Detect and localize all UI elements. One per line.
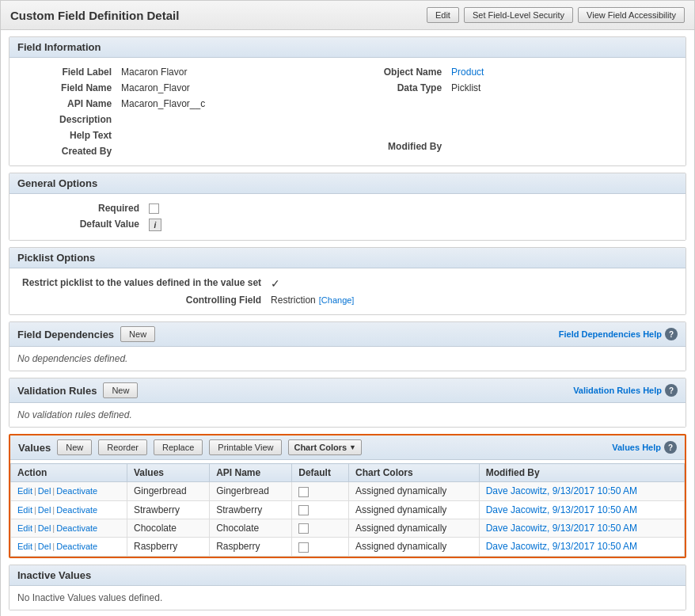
del-link[interactable]: Del xyxy=(38,505,51,515)
col-modified-by: Modified By xyxy=(479,464,684,482)
field-info-left-table: Field Label Macaron Flavor Field Name Ma… xyxy=(17,64,348,159)
row-2-chart-colors: Assigned dynamically xyxy=(348,519,479,537)
values-table-body: Edit | Del | Deactivate GingerbreadGinge… xyxy=(11,482,685,556)
del-link[interactable]: Del xyxy=(38,523,51,533)
default-value-label: Default Value xyxy=(17,216,144,234)
field-info-left: Field Label Macaron Flavor Field Name Ma… xyxy=(17,64,348,159)
row-0-modified-by: Dave Jacowitz, 9/13/2017 10:50 AM xyxy=(479,482,684,500)
del-link[interactable]: Del xyxy=(38,486,51,496)
col-default: Default xyxy=(292,464,349,482)
field-dependencies-section: Field Dependencies New Field Dependencie… xyxy=(9,321,686,371)
api-name-label: API Name xyxy=(17,96,116,112)
field-information-title: Field Information xyxy=(17,41,101,53)
default-checkbox[interactable] xyxy=(298,523,309,534)
change-link[interactable]: [Change] xyxy=(319,295,355,305)
validation-rules-no-content: No validation rules defined. xyxy=(17,409,132,420)
validation-rules-section: Validation Rules New Validation Rules He… xyxy=(9,378,686,428)
field-label-value: Macaron Flavor xyxy=(116,64,348,80)
view-field-accessibility-button[interactable]: View Field Accessibility xyxy=(578,7,685,23)
values-help-icon[interactable]: ? xyxy=(664,441,677,454)
picklist-options-section: Picklist Options Restrict picklist to th… xyxy=(9,247,686,315)
deactivate-link[interactable]: Deactivate xyxy=(56,542,97,551)
required-checkbox[interactable] xyxy=(149,203,159,214)
inactive-values-section: Inactive Values No Inactive Values value… xyxy=(9,565,686,610)
deactivate-link[interactable]: Deactivate xyxy=(56,505,97,515)
values-reorder-button[interactable]: Reorder xyxy=(98,439,147,455)
row-2-default xyxy=(292,519,349,537)
modified-by-row: Modified By xyxy=(348,139,678,154)
row-0-default xyxy=(292,482,349,500)
page-header: Custom Field Definition Detail Edit Set … xyxy=(1,1,694,30)
field-dependencies-help-link[interactable]: Field Dependencies Help xyxy=(559,329,662,339)
field-dependencies-help-icon[interactable]: ? xyxy=(665,328,678,340)
default-checkbox[interactable] xyxy=(298,542,309,553)
deactivate-link[interactable]: Deactivate xyxy=(56,523,97,533)
field-info-two-col: Field Label Macaron Flavor Field Name Ma… xyxy=(17,64,678,159)
validation-rules-help-link[interactable]: Validation Rules Help xyxy=(573,386,662,395)
help-text-label: Help Text xyxy=(17,127,116,143)
deactivate-link[interactable]: Deactivate xyxy=(56,486,97,496)
edit-link[interactable]: Edit xyxy=(17,486,32,496)
controlling-field-label: Controlling Field xyxy=(17,292,266,308)
values-chart-colors-button[interactable]: Chart Colors ▼ xyxy=(288,439,362,455)
field-information-header: Field Information xyxy=(9,37,686,58)
values-title: Values xyxy=(18,442,51,454)
row-1-value: Strawberry xyxy=(127,500,210,519)
set-field-level-security-button[interactable]: Set Field-Level Security xyxy=(464,7,573,23)
values-new-button[interactable]: New xyxy=(57,439,92,455)
default-checkbox[interactable] xyxy=(298,505,309,515)
field-dependencies-header: Field Dependencies New Field Dependencie… xyxy=(9,322,686,347)
chart-colors-label: Chart Colors xyxy=(294,443,347,452)
row-0-value: Gingerbread xyxy=(127,482,210,500)
picklist-options-header: Picklist Options xyxy=(9,248,686,268)
modified-by-link[interactable]: Dave Jacowitz, 9/13/2017 10:50 AM xyxy=(486,541,637,552)
inactive-values-header: Inactive Values xyxy=(9,565,686,586)
picklist-options-content: Restrict picklist to the values defined … xyxy=(9,268,686,314)
table-row: Edit | Del | Deactivate GingerbreadGinge… xyxy=(11,482,685,500)
table-row: Edit | Del | Deactivate ChocolateChocola… xyxy=(11,519,685,537)
table-row: Edit | Del | Deactivate RaspberryRaspber… xyxy=(11,538,685,556)
col-values: Values xyxy=(127,464,210,482)
validation-rules-help-icon[interactable]: ? xyxy=(665,384,678,397)
edit-link[interactable]: Edit xyxy=(17,505,32,515)
values-help-area: Values Help ? xyxy=(612,441,677,454)
inactive-values-content: No Inactive Values values defined. xyxy=(9,586,686,610)
del-link[interactable]: Del xyxy=(38,542,51,551)
created-by-row: Created By xyxy=(17,143,348,159)
values-replace-button[interactable]: Replace xyxy=(154,439,203,455)
edit-link[interactable]: Edit xyxy=(17,523,32,533)
row-3-modified-by: Dave Jacowitz, 9/13/2017 10:50 AM xyxy=(479,538,684,556)
api-name-value: Macaron_Flavor__c xyxy=(116,96,348,112)
modified-by-link[interactable]: Dave Jacowitz, 9/13/2017 10:50 AM xyxy=(486,523,637,534)
values-content: Action Values API Name Default Chart Col… xyxy=(10,463,685,556)
required-label: Required xyxy=(17,200,144,216)
validation-rules-new-button[interactable]: New xyxy=(103,382,138,398)
edit-link[interactable]: Edit xyxy=(17,542,32,551)
object-name-value: Product xyxy=(446,64,678,80)
field-dependencies-help-area: Field Dependencies Help ? xyxy=(559,328,678,340)
inactive-values-no-content: No Inactive Values values defined. xyxy=(17,592,162,603)
chart-colors-dropdown-arrow: ▼ xyxy=(349,443,356,451)
values-printable-view-button[interactable]: Printable View xyxy=(209,439,282,455)
help-text-value xyxy=(116,127,348,143)
values-help-link[interactable]: Values Help xyxy=(612,443,661,452)
controlling-field-value: Restriction xyxy=(271,295,316,306)
page-wrapper: Custom Field Definition Detail Edit Set … xyxy=(0,0,695,616)
edit-button[interactable]: Edit xyxy=(427,7,459,23)
picklist-options-title: Picklist Options xyxy=(17,252,95,264)
spacer-row-1 xyxy=(348,96,678,110)
default-checkbox[interactable] xyxy=(298,487,309,497)
modified-by-link[interactable]: Dave Jacowitz, 9/13/2017 10:50 AM xyxy=(486,504,637,515)
row-0-action-cell: Edit | Del | Deactivate xyxy=(11,482,127,500)
field-dependencies-new-button[interactable]: New xyxy=(120,326,155,342)
col-chart-colors: Chart Colors xyxy=(348,464,479,482)
object-name-link[interactable]: Product xyxy=(451,67,484,78)
action-links: Edit | Del | Deactivate xyxy=(17,486,120,496)
info-icon[interactable]: i xyxy=(149,219,161,231)
created-by-value xyxy=(116,143,348,159)
modified-by-label: Modified By xyxy=(348,139,446,154)
modified-by-link[interactable]: Dave Jacowitz, 9/13/2017 10:50 AM xyxy=(486,485,637,496)
field-dependencies-content: No dependencies defined. xyxy=(9,347,686,371)
field-info-right-table: Object Name Product Data Type Picklist xyxy=(348,64,678,154)
general-options-section: General Options Required Default Value i xyxy=(9,173,686,241)
